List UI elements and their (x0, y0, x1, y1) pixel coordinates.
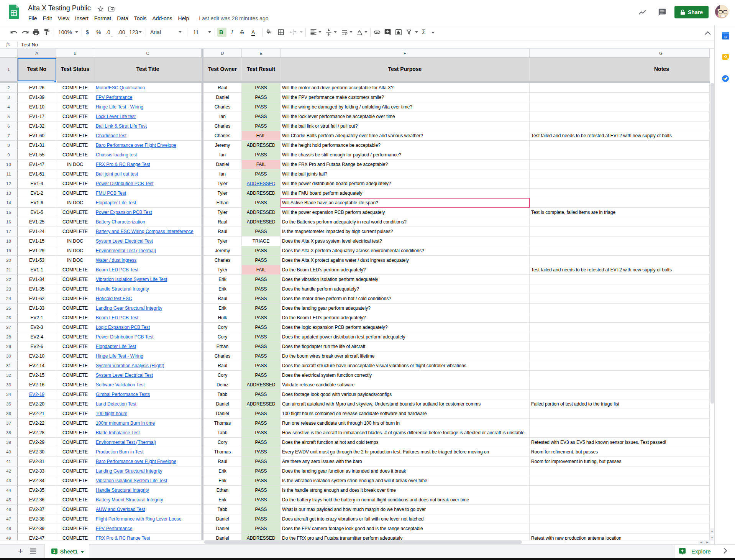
svg-text:31: 31 (724, 35, 727, 39)
svg-text:1: 1 (53, 549, 56, 553)
